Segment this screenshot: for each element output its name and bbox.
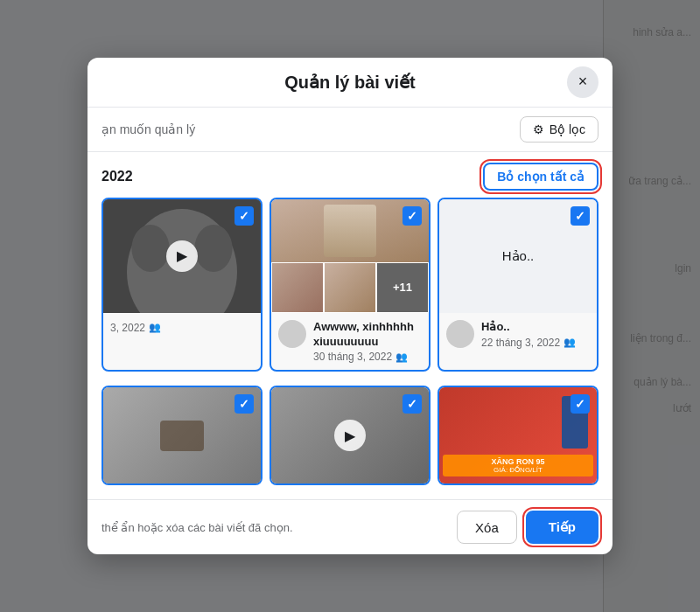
post-checkbox-6[interactable] xyxy=(570,394,590,414)
modal-toolbar: ạn muốn quản lý ⚙ Bộ lọc xyxy=(88,108,612,152)
post-info-3: Hảo.. 22 tháng 3, 2022 👥 xyxy=(439,313,597,356)
post-card-1[interactable]: ▶ 3, 2022 👥 xyxy=(102,198,262,372)
post-name-3: Hảo.. xyxy=(481,320,590,335)
post-avatar-3 xyxy=(446,320,474,348)
manage-posts-modal: Quản lý bài viết × ạn muốn quản lý ⚙ Bộ … xyxy=(88,58,612,555)
post-text-content: Hảo.. xyxy=(502,248,535,264)
post-card-5[interactable]: ▶ xyxy=(270,386,430,485)
posts-grid-row2: ▶ XĂNG RON 95 GIÁ: ĐỒNG/LÍT xyxy=(102,386,598,492)
post-checkbox-5[interactable] xyxy=(402,394,422,414)
footer-actions: Xóa Tiếp xyxy=(457,511,598,544)
post-avatar-2 xyxy=(278,320,306,348)
filter-button[interactable]: ⚙ Bộ lọc xyxy=(520,116,598,143)
modal-title: Quản lý bài viết xyxy=(284,72,416,93)
section-header-2022: 2022 Bỏ chọn tất cả xyxy=(102,152,598,198)
section-year: 2022 xyxy=(102,169,133,184)
friends-icon-3: 👥 xyxy=(564,337,576,348)
delete-button[interactable]: Xóa xyxy=(457,511,517,544)
post-card-3[interactable]: Hảo.. Hảo.. 22 tháng 3, 2022 👥 xyxy=(438,198,598,372)
modal-header: Quản lý bài viết × xyxy=(88,58,612,108)
deselect-all-button[interactable]: Bỏ chọn tất cả xyxy=(483,163,598,191)
modal-backdrop: Quản lý bài viết × ạn muốn quản lý ⚙ Bộ … xyxy=(0,0,700,612)
modal-body: 2022 Bỏ chọn tất cả ▶ 3, 2022 👥 xyxy=(88,152,612,500)
friends-icon-2: 👥 xyxy=(396,351,408,363)
post-checkbox-2[interactable] xyxy=(402,206,422,226)
post-meta-2: Awwww, xinhhhhh xiuuuuuuuu 30 tháng 3, 2… xyxy=(313,320,422,364)
filter-label: Bộ lọc xyxy=(550,122,585,136)
post-date-2: 30 tháng 3, 2022 👥 xyxy=(313,351,422,363)
extra-count-label: +11 xyxy=(376,262,429,313)
posts-grid-row1: ▶ 3, 2022 👥 xyxy=(102,198,598,379)
close-button[interactable]: × xyxy=(567,66,598,98)
post-card-4[interactable] xyxy=(102,386,262,485)
footer-hint: thể ẩn hoặc xóa các bài viết đã chọn. xyxy=(102,521,457,534)
post-info-1: 3, 2022 👥 xyxy=(103,313,261,341)
post-info-2: Awwww, xinhhhhh xiuuuuuuuu 30 tháng 3, 2… xyxy=(271,313,429,371)
next-button[interactable]: Tiếp xyxy=(526,511,598,544)
filter-icon: ⚙ xyxy=(533,122,544,136)
friends-icon-1: 👥 xyxy=(149,322,161,333)
post-checkbox-4[interactable] xyxy=(234,394,254,414)
post-name-2: Awwww, xinhhhhh xiuuuuuuuu xyxy=(313,320,422,350)
modal-footer: thể ẩn hoặc xóa các bài viết đã chọn. Xó… xyxy=(88,499,612,554)
post-checkbox-3[interactable] xyxy=(570,206,590,226)
post-meta-3: Hảo.. 22 tháng 3, 2022 👥 xyxy=(481,320,590,349)
play-icon-5: ▶ xyxy=(334,420,366,451)
post-meta-1: 3, 2022 👥 xyxy=(110,320,254,334)
toolbar-hint: ạn muốn quản lý xyxy=(102,122,195,136)
post-date-3: 22 tháng 3, 2022 👥 xyxy=(481,337,590,349)
post-card-2[interactable]: +11 Awwww, xinhhhhh xiuuuuuuuu 30 tháng … xyxy=(270,198,430,372)
post-date-1: 3, 2022 👥 xyxy=(110,322,254,334)
post-card-6[interactable]: XĂNG RON 95 GIÁ: ĐỒNG/LÍT xyxy=(438,386,598,485)
play-icon-1: ▶ xyxy=(166,240,198,272)
post-checkbox-1[interactable] xyxy=(234,206,254,226)
